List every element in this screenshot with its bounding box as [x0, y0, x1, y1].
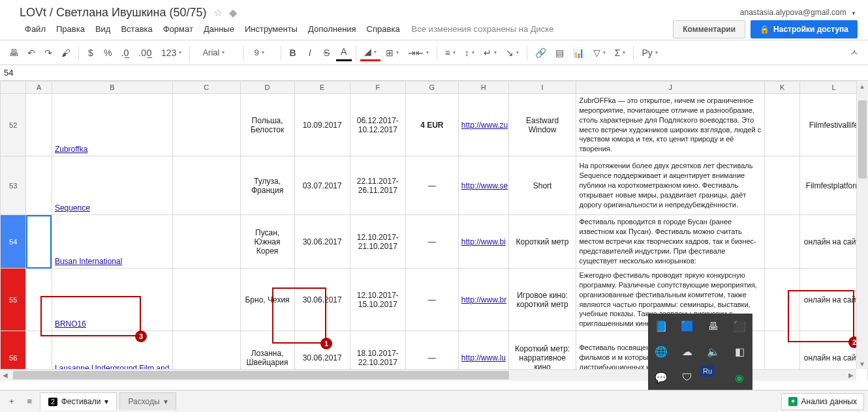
comments-button[interactable]: Комментарии: [673, 20, 745, 38]
cell[interactable]: Тулуза, Франция: [240, 156, 294, 215]
font-select[interactable]: Arial▾: [194, 44, 240, 61]
cell[interactable]: 03.07.2017: [294, 156, 350, 215]
input-tools-icon[interactable]: Ру▾: [638, 44, 661, 61]
format-percent-icon[interactable]: %: [100, 44, 116, 61]
cell[interactable]: Busan International: [52, 215, 172, 269]
cell[interactable]: Eastward Window: [508, 94, 576, 156]
select-all-cell[interactable]: [1, 81, 26, 94]
menu-file[interactable]: Файл: [20, 22, 51, 37]
column-header[interactable]: K: [765, 81, 800, 94]
cell[interactable]: 30.06.2017: [294, 269, 350, 331]
vertical-scrollbar[interactable]: ▲ ▼: [856, 81, 868, 369]
text-rotation-icon[interactable]: ↘▾: [502, 44, 523, 61]
cell[interactable]: ZubrOFFka — это открытое, ничем не огран…: [576, 94, 765, 156]
cell[interactable]: [765, 156, 800, 215]
format-currency-icon[interactable]: $: [83, 44, 99, 61]
share-button[interactable]: 🔒 Настройки доступа: [751, 20, 858, 38]
cell[interactable]: http://www.br: [458, 269, 508, 331]
borders-icon[interactable]: ⊞▾: [382, 44, 403, 61]
cell[interactable]: Sequence: [52, 156, 172, 215]
tray-icon[interactable]: 🔈: [700, 339, 726, 364]
row-header[interactable]: 52: [1, 94, 26, 156]
all-sheets-icon[interactable]: ≡: [22, 394, 38, 409]
cell[interactable]: [26, 269, 52, 331]
column-header[interactable]: G: [405, 81, 458, 94]
account-menu[interactable]: anastasia.alypova@gmail.com ▼: [740, 8, 863, 17]
column-header[interactable]: F: [350, 81, 405, 94]
redo-icon[interactable]: ↷: [40, 44, 56, 61]
tray-icon[interactable]: 🛡: [674, 365, 700, 390]
insert-comment-icon[interactable]: ▤: [551, 44, 568, 61]
column-header[interactable]: E: [294, 81, 350, 94]
scroll-thumb[interactable]: [858, 100, 867, 179]
row-header[interactable]: 53: [1, 156, 26, 215]
sheet-tab-festivals[interactable]: 2 Фестивали ▾: [40, 392, 117, 410]
cell[interactable]: 4 EUR: [405, 94, 458, 156]
cell[interactable]: —: [405, 215, 458, 269]
scroll-thumb[interactable]: [13, 371, 509, 379]
cell[interactable]: Zubroffka: [52, 94, 172, 156]
cell[interactable]: Фестиваль проводится в городе Бусан (ран…: [576, 215, 765, 269]
column-header[interactable]: C: [172, 81, 240, 94]
system-tray[interactable]: 📘 🟦 🖶 ⬛ 🌐 ☁ 🔈 ◧ 💬 🛡 Ru ◉: [648, 314, 752, 390]
scroll-down-icon[interactable]: ▼: [857, 359, 867, 369]
cell[interactable]: [172, 94, 240, 156]
text-color-icon[interactable]: A: [336, 44, 352, 61]
tray-icon[interactable]: Ru: [700, 365, 715, 377]
cell[interactable]: —: [405, 269, 458, 331]
tray-icon[interactable]: 🖶: [700, 314, 726, 339]
menu-data[interactable]: Данные: [198, 22, 240, 37]
h-align-icon[interactable]: ≡▾: [441, 44, 459, 61]
cell[interactable]: 12.10.2017-21.10.2017: [350, 215, 405, 269]
filter-icon[interactable]: ▽▾: [589, 44, 610, 61]
cell[interactable]: [765, 215, 800, 269]
cell[interactable]: http://www.zu: [458, 94, 508, 156]
menu-tools[interactable]: Инструменты: [240, 22, 303, 37]
menu-edit[interactable]: Правка: [51, 22, 90, 37]
column-header[interactable]: B: [52, 81, 172, 94]
font-size-select[interactable]: 9▾: [248, 44, 276, 61]
cell[interactable]: [765, 269, 800, 331]
column-header[interactable]: I: [508, 81, 576, 94]
row-header[interactable]: 55: [1, 269, 26, 331]
cell[interactable]: [26, 94, 52, 156]
cell[interactable]: Брно, Чехия: [240, 269, 294, 331]
cell[interactable]: [765, 94, 800, 156]
cell[interactable]: 22.11.2017-26.11.2017: [350, 156, 405, 215]
row-header[interactable]: 54: [1, 215, 26, 269]
sheet-tab-expenses[interactable]: Расходы ▾: [119, 392, 176, 410]
bold-icon[interactable]: B: [285, 44, 301, 61]
insert-chart-icon[interactable]: 📊: [569, 44, 588, 61]
tray-icon[interactable]: ⬛: [726, 314, 752, 339]
tray-icon[interactable]: 🌐: [648, 339, 674, 364]
more-formats-icon[interactable]: 123▾: [157, 44, 185, 61]
drive-icon[interactable]: ◆: [229, 7, 237, 19]
tray-icon[interactable]: ◉: [726, 365, 752, 390]
cell[interactable]: [26, 156, 52, 215]
menu-format[interactable]: Формат: [158, 22, 198, 37]
cell[interactable]: 10.09.2017: [294, 94, 350, 156]
cell[interactable]: —: [405, 156, 458, 215]
tray-icon[interactable]: 📘: [648, 314, 674, 339]
insert-link-icon[interactable]: 🔗: [531, 44, 550, 61]
menu-help[interactable]: Справка: [362, 22, 405, 37]
tray-icon[interactable]: ☁: [674, 339, 700, 364]
v-align-icon[interactable]: ↕▾: [461, 44, 478, 61]
scroll-left-icon[interactable]: ◀: [0, 370, 10, 380]
cell[interactable]: BRNO16: [52, 269, 172, 331]
strikethrough-icon[interactable]: S: [319, 44, 335, 61]
explore-button[interactable]: ✦ Анализ данных: [781, 393, 864, 410]
tray-icon[interactable]: ◧: [726, 339, 752, 364]
tray-icon[interactable]: 🟦: [674, 314, 700, 339]
name-box[interactable]: 54: [0, 68, 31, 78]
cell[interactable]: [172, 269, 240, 331]
column-header[interactable]: H: [458, 81, 508, 94]
column-header[interactable]: D: [240, 81, 294, 94]
column-header[interactable]: A: [26, 81, 52, 94]
increase-decimal-icon[interactable]: .00̲: [134, 44, 156, 61]
cell[interactable]: 12.10.2017-15.10.2017: [350, 269, 405, 331]
cell[interactable]: Short: [508, 156, 576, 215]
cell[interactable]: Польша, Белосток: [240, 94, 294, 156]
cell[interactable]: http://www.bi: [458, 215, 508, 269]
paint-format-icon[interactable]: 🖌: [57, 44, 74, 61]
